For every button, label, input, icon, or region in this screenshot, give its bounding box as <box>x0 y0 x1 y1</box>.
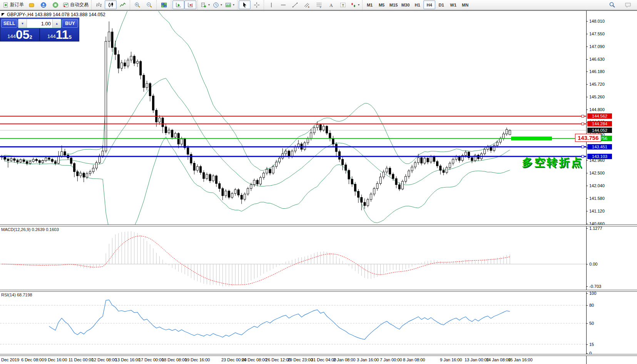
sell-price-pip: 2 <box>30 34 32 40</box>
svg-text:E: E <box>308 6 309 8</box>
panel-separator-macd[interactable] <box>0 224 637 226</box>
price-axis-tick <box>586 186 588 186</box>
volume-input[interactable] <box>27 19 52 28</box>
fibonacci-tool-button[interactable]: F <box>313 0 325 9</box>
auto-scroll-icon <box>176 2 182 8</box>
horizontal-line-tool-button[interactable] <box>277 0 289 9</box>
new-chart-icon <box>201 2 207 8</box>
price-axis-tick <box>586 21 588 22</box>
time-axis-label: 2 Jan 08:00 <box>333 357 356 362</box>
zoom-in-button[interactable] <box>131 0 143 9</box>
dropdown-caret-icon[interactable]: ▾ <box>208 3 210 7</box>
time-axis-label: 13 Jan 00:00 <box>465 357 489 362</box>
time-axis-separator <box>0 354 637 356</box>
arrows-tool-button[interactable]: ▾ <box>349 0 361 9</box>
macd-axis-label: -0.703 <box>589 284 601 289</box>
button-label: 新订单 <box>10 2 24 8</box>
rsi-axis-tick <box>586 293 588 294</box>
buy-price[interactable]: 144115 <box>40 28 79 41</box>
chart-window: GBPJPY-,H4 143.889 144.078 143.888 144.0… <box>0 10 637 364</box>
auto-trading-button[interactable]: 自动交易 <box>61 0 90 9</box>
crosshair-icon <box>254 2 260 8</box>
vertical-line-tool-button[interactable] <box>265 0 277 9</box>
new-order-icon <box>3 2 9 8</box>
profiles-menu-button[interactable]: ▾ <box>211 0 224 9</box>
text-tool-button[interactable]: A <box>325 0 337 9</box>
dropdown-caret-icon[interactable]: ▾ <box>221 3 222 7</box>
tf-w1-tab[interactable]: W1 <box>447 0 459 9</box>
macd-axis-label: 1.1277 <box>589 226 602 231</box>
toolbar-group: M1M5M15M30H1H4D1W1MN <box>362 0 472 10</box>
time-axis-label: 18 Dec 08:00 <box>162 357 187 362</box>
market-watch-button[interactable] <box>37 0 49 9</box>
chat-button[interactable] <box>622 0 634 9</box>
dropdown-caret-icon[interactable]: ▾ <box>358 3 359 7</box>
fibo-icon: F <box>316 2 322 8</box>
button-label: H1 <box>415 3 420 7</box>
time-axis-label: 17 Dec 00:00 <box>139 357 164 362</box>
price-axis-tick <box>586 160 588 161</box>
trendline-tool-button[interactable] <box>289 0 301 9</box>
price-axis-label: 148.010 <box>589 19 605 23</box>
volume-decrease-button[interactable]: ▼ <box>18 19 27 28</box>
price-axis-tick <box>586 97 588 97</box>
tf-d1-tab[interactable]: D1 <box>435 0 447 9</box>
new-order-button[interactable]: 新订单 <box>1 0 25 9</box>
price-axis-tick <box>586 34 588 34</box>
level-price-tag[interactable]: 143.756 <box>575 134 601 142</box>
tf-h1-tab[interactable]: H1 <box>411 0 423 9</box>
search-button[interactable] <box>606 0 618 9</box>
rsi-axis-label: 50 <box>589 321 594 326</box>
equidistant-channel-tool-button[interactable]: E <box>301 0 313 9</box>
line-chart-button[interactable] <box>117 0 129 9</box>
time-axis-label: 14 Jan 08:00 <box>486 357 511 362</box>
profile-icon <box>28 2 35 8</box>
volume-increase-button[interactable]: ▲ <box>52 19 61 28</box>
panel-separator-rsi[interactable] <box>0 290 637 292</box>
cursor-tool-button[interactable] <box>239 0 251 9</box>
chart-shift-button[interactable] <box>184 0 196 9</box>
price-chart-panel[interactable] <box>0 11 586 225</box>
crosshair-tool-button[interactable] <box>251 0 262 9</box>
tf-mn-tab[interactable]: MN <box>459 0 471 9</box>
zoom-out-button[interactable] <box>143 0 155 9</box>
navigator-button[interactable] <box>49 0 61 9</box>
candle-chart-button[interactable] <box>105 0 117 9</box>
tf-m5-tab[interactable]: M5 <box>376 0 388 9</box>
time-axis-label: 11 Dec 00:00 <box>69 357 94 362</box>
sell-price[interactable]: 144052 <box>0 28 39 41</box>
time-axis-label: 12 Dec 08:00 <box>92 357 117 362</box>
time-axis-label: 13 Dec 16:00 <box>115 357 140 362</box>
auto-scroll-button[interactable] <box>172 0 184 9</box>
tf-m30-tab[interactable]: M30 <box>400 0 411 9</box>
rsi-axis-tick <box>586 323 588 324</box>
macd-panel[interactable] <box>0 226 586 290</box>
tf-m1-tab[interactable]: M1 <box>364 0 376 9</box>
tf-h4-tab[interactable]: H4 <box>423 0 435 9</box>
rsi-axis-tick <box>586 305 588 306</box>
price-line-badge: 144.052 <box>587 128 612 133</box>
chart-profile-button[interactable] <box>25 0 37 9</box>
text-label-tool-button[interactable]: T <box>337 0 349 9</box>
price-axis-tick <box>586 173 588 173</box>
time-axis-label: 15 Jan 16:00 <box>508 357 533 362</box>
toolbar-right <box>606 0 637 9</box>
time-axis-label: 31 Dec 04:00 <box>311 357 336 362</box>
sell-button[interactable]: SELL <box>1 19 17 28</box>
sell-price-prefix: 144 <box>7 33 16 39</box>
price-axis-tick <box>586 47 588 47</box>
templates-menu-button[interactable]: ▾ <box>224 0 236 9</box>
price-axis-label: 141.580 <box>589 196 605 201</box>
tile-windows-button[interactable] <box>158 0 170 9</box>
toolbar-group: EFAT▾ <box>264 0 362 10</box>
buy-button[interactable]: BUY <box>62 19 78 28</box>
svg-text:A: A <box>329 2 333 8</box>
new-chart-button[interactable]: ▾ <box>199 0 211 9</box>
bar-chart-button[interactable] <box>93 0 105 9</box>
macd-axis-label: 0.00 <box>589 262 597 266</box>
toolbar-group <box>237 0 264 10</box>
dropdown-caret-icon[interactable]: ▾ <box>233 3 234 7</box>
rsi-panel[interactable] <box>0 292 586 354</box>
tf-m15-tab[interactable]: M15 <box>388 0 400 9</box>
volume-stepper: ▼ ▲ <box>18 19 61 28</box>
